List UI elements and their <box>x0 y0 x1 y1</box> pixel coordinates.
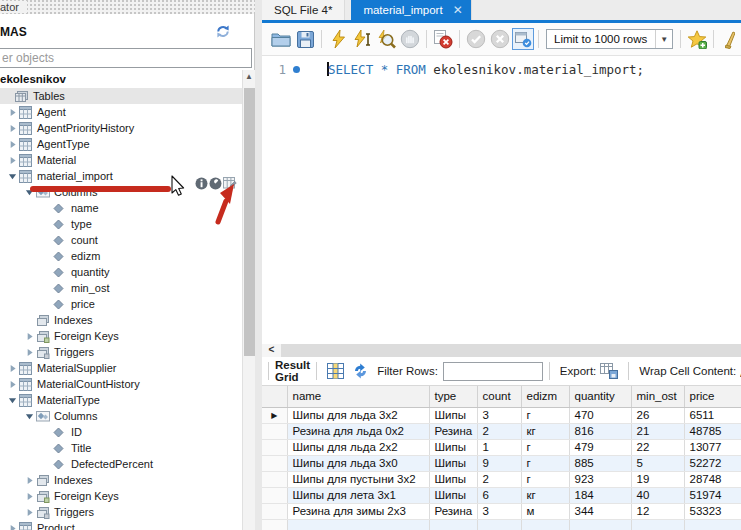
grid-cell[interactable]: 816 <box>569 423 631 439</box>
sql-editor[interactable]: 1 SELECT * FROM ekolesnikov.material_imp… <box>262 56 741 344</box>
grid-row-selector[interactable] <box>262 487 287 503</box>
schema-filter-input[interactable] <box>0 48 252 68</box>
grid-cell[interactable]: 2 <box>477 423 521 439</box>
grid-cell[interactable]: г <box>521 455 569 471</box>
tree-item-id[interactable]: ID <box>0 424 242 440</box>
grid-cell[interactable]: 470 <box>569 407 631 423</box>
grid-row-selector-current[interactable]: ▶ <box>262 407 287 423</box>
grid-cell[interactable]: Резина для зимы 2x3 <box>287 503 429 519</box>
grid-cell[interactable]: г <box>521 471 569 487</box>
tree-item-title[interactable]: Title <box>0 440 242 456</box>
grid-header-type[interactable]: type <box>429 386 477 407</box>
chevron-collapsed-icon[interactable] <box>23 476 36 485</box>
grid-cell[interactable]: 885 <box>569 455 631 471</box>
grid-header-quantity[interactable]: quantity <box>569 386 631 407</box>
toggle-autocommit-button[interactable] <box>512 28 534 50</box>
open-file-button[interactable] <box>269 27 293 51</box>
grid-cell[interactable] <box>521 519 569 530</box>
tree-item-quantity[interactable]: quantity <box>0 264 242 280</box>
rollback-button[interactable] <box>488 27 512 51</box>
grid-cell[interactable]: 3 <box>477 407 521 423</box>
grid-corner-header[interactable] <box>262 386 287 407</box>
navigator-scrollbar[interactable]: ▲ <box>242 70 255 530</box>
grid-cell[interactable]: 51974 <box>684 487 741 503</box>
grid-cell[interactable] <box>287 519 429 530</box>
grid-header-price[interactable]: price <box>684 386 741 407</box>
grid-cell[interactable]: Шипы для пустыни 3x2 <box>287 471 429 487</box>
grid-cell[interactable]: 13077 <box>684 439 741 455</box>
chevron-expanded-icon[interactable] <box>23 412 36 421</box>
tab-sql-file-4[interactable]: SQL File 4* <box>262 0 345 20</box>
grid-cell[interactable] <box>262 519 287 530</box>
grid-cell[interactable]: 22 <box>631 439 684 455</box>
grid-row-selector[interactable] <box>262 455 287 471</box>
grid-cell[interactable]: 40 <box>631 487 684 503</box>
chevron-collapsed-icon[interactable] <box>23 508 36 517</box>
grid-cell[interactable]: 21 <box>631 423 684 439</box>
grid-cell[interactable]: Шипы для лета 3x1 <box>287 487 429 503</box>
sql-line-1[interactable]: 1 SELECT * FROM ekolesnikov.material_imp… <box>262 56 741 77</box>
grid-cell[interactable]: 184 <box>569 487 631 503</box>
info-icon[interactable] <box>195 176 208 194</box>
grid-cell[interactable]: кг <box>521 423 569 439</box>
grid-cell[interactable]: Шипы <box>429 439 477 455</box>
grid-cell[interactable]: 1 <box>477 439 521 455</box>
grid-row-selector[interactable] <box>262 503 287 519</box>
tree-item-material[interactable]: Material <box>0 152 242 168</box>
grid-cell[interactable]: 53323 <box>684 503 741 519</box>
grid-cell[interactable]: 3 <box>477 503 521 519</box>
grid-header-edizm[interactable]: edizm <box>521 386 569 407</box>
toggle-stop-on-error-button[interactable] <box>431 27 455 51</box>
grid-cell[interactable]: 923 <box>569 471 631 487</box>
chevron-expanded-icon[interactable] <box>6 172 19 181</box>
chevron-collapsed-icon[interactable] <box>6 108 19 117</box>
tree-item-triggers[interactable]: Triggers <box>0 344 242 360</box>
grid-cell[interactable]: м <box>521 503 569 519</box>
chevron-collapsed-icon[interactable] <box>23 332 36 341</box>
tree-item-product[interactable]: Product <box>0 520 242 530</box>
tree-item-materialtype[interactable]: MaterialType <box>0 392 242 408</box>
tree-item-triggers[interactable]: Triggers <box>0 504 242 520</box>
chevron-collapsed-icon[interactable] <box>6 364 19 373</box>
tree-item-foreign-keys[interactable]: Foreign Keys <box>0 328 242 344</box>
navigator-titlebar[interactable]: ator <box>0 0 255 14</box>
grid-cell[interactable]: 6511 <box>684 407 741 423</box>
tree-item-columns[interactable]: Columns <box>0 408 242 424</box>
grid-cell[interactable]: Шипы <box>429 455 477 471</box>
grid-cell[interactable] <box>631 519 684 530</box>
grid-cell[interactable] <box>429 519 477 530</box>
grid-header-count[interactable]: count <box>477 386 521 407</box>
grid-cell[interactable] <box>569 519 631 530</box>
execute-button[interactable] <box>326 27 350 51</box>
schema-node[interactable]: ekolesnikov <box>0 73 66 85</box>
grid-cell[interactable]: 12 <box>631 503 684 519</box>
scrollbar-thumb[interactable] <box>244 88 255 356</box>
scroll-left-button[interactable]: < <box>262 344 281 357</box>
tree-item-min-ost[interactable]: min_ost <box>0 280 242 296</box>
grid-cell[interactable]: 9 <box>477 455 521 471</box>
tab-material-import[interactable]: material_import ✕ <box>351 0 471 20</box>
execute-current-button[interactable] <box>350 27 374 51</box>
grid-header-name[interactable]: name <box>287 386 429 407</box>
grid-cell[interactable]: Шипы <box>429 407 477 423</box>
grid-cell[interactable]: Резина <box>429 423 477 439</box>
tree-item-agenttype[interactable]: AgentType <box>0 136 242 152</box>
tree-item-edizm[interactable]: edizm <box>0 248 242 264</box>
tree-item-name[interactable]: name <box>0 200 242 216</box>
explain-button[interactable] <box>374 27 398 51</box>
tree-item-indexes[interactable]: Indexes <box>0 312 242 328</box>
grid-cell[interactable] <box>684 519 741 530</box>
grid-cell[interactable]: 6 <box>477 487 521 503</box>
chevron-collapsed-icon[interactable] <box>6 156 19 165</box>
chevron-down-icon[interactable]: ▼ <box>656 35 672 44</box>
grid-cell[interactable] <box>477 519 521 530</box>
tree-item-agent[interactable]: Agent <box>0 104 242 120</box>
grid-cell[interactable]: 344 <box>569 503 631 519</box>
grid-cell[interactable]: 2 <box>477 471 521 487</box>
beautify-button[interactable] <box>718 27 741 51</box>
refresh-schemas-icon[interactable] <box>215 24 231 43</box>
grid-cell[interactable]: Шипы <box>429 487 477 503</box>
grid-cell[interactable]: 5 <box>631 455 684 471</box>
table-edit-icon[interactable] <box>223 176 237 194</box>
tree-item-tables[interactable]: Tables <box>0 88 242 104</box>
